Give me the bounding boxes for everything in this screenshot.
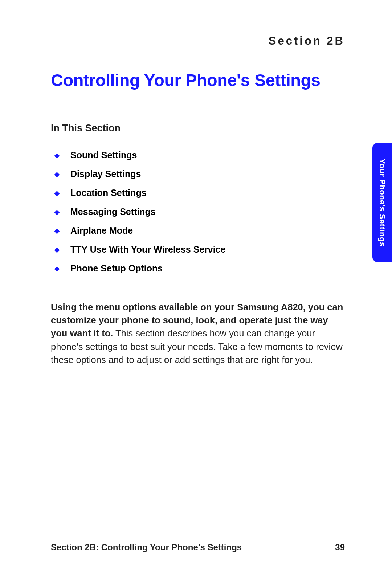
- toc-item: ◆ Airplane Mode: [54, 225, 345, 236]
- diamond-bullet-icon: ◆: [54, 189, 60, 197]
- toc-item-label: Sound Settings: [70, 150, 137, 160]
- toc-item-label: Location Settings: [70, 188, 147, 198]
- toc-item-label: Airplane Mode: [70, 225, 133, 236]
- page-footer: Section 2B: Controlling Your Phone's Set…: [51, 542, 345, 552]
- toc-item: ◆ TTY Use With Your Wireless Service: [54, 244, 345, 255]
- toc-item-label: Display Settings: [70, 169, 141, 179]
- toc-item: ◆ Sound Settings: [54, 150, 345, 160]
- toc-item: ◆ Phone Setup Options: [54, 263, 345, 274]
- toc-item-label: Messaging Settings: [70, 207, 156, 217]
- diamond-bullet-icon: ◆: [54, 208, 60, 216]
- divider-top: [51, 137, 345, 137]
- toc-item: ◆ Display Settings: [54, 169, 345, 179]
- toc-item-label: TTY Use With Your Wireless Service: [70, 244, 226, 255]
- page-title: Controlling Your Phone's Settings: [51, 70, 345, 90]
- footer-section-title: Section 2B: Controlling Your Phone's Set…: [51, 542, 242, 552]
- diamond-bullet-icon: ◆: [54, 151, 60, 159]
- page-number: 39: [335, 542, 345, 552]
- page-content: Section 2B Controlling Your Phone's Sett…: [0, 0, 392, 588]
- diamond-bullet-icon: ◆: [54, 265, 60, 273]
- diamond-bullet-icon: ◆: [54, 170, 60, 178]
- toc-item-label: Phone Setup Options: [70, 263, 163, 274]
- toc-item: ◆ Messaging Settings: [54, 207, 345, 217]
- diamond-bullet-icon: ◆: [54, 246, 60, 254]
- section-label: Section 2B: [51, 34, 345, 48]
- in-this-section-heading: In This Section: [51, 123, 345, 134]
- divider-bottom: [51, 283, 345, 283]
- intro-paragraph: Using the menu options available on your…: [51, 301, 345, 366]
- toc-item: ◆ Location Settings: [54, 188, 345, 198]
- diamond-bullet-icon: ◆: [54, 227, 60, 235]
- toc-list: ◆ Sound Settings ◆ Display Settings ◆ Lo…: [51, 150, 345, 274]
